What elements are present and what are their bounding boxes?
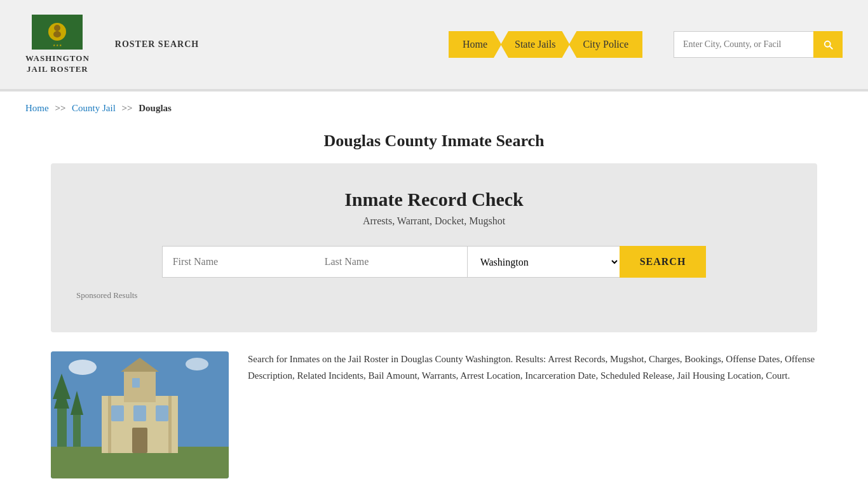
sponsored-label: Sponsored Results	[76, 290, 792, 301]
header-search-input[interactable]	[674, 31, 813, 58]
inmate-search-widget: Inmate Record Check Arrests, Warrant, Do…	[51, 163, 817, 332]
header-search-bar	[674, 31, 843, 58]
svg-rect-6	[57, 409, 67, 447]
nav-city-police-button[interactable]: City Police	[569, 31, 642, 58]
first-name-input[interactable]	[162, 246, 315, 278]
svg-rect-15	[111, 405, 124, 421]
widget-title: Inmate Record Check	[76, 189, 792, 210]
svg-rect-9	[73, 415, 81, 447]
logo-text: WASHINGTON JAIL ROSTER	[25, 53, 90, 75]
svg-point-22	[69, 360, 97, 375]
svg-rect-21	[168, 396, 172, 453]
breadcrumb-county-jail-link[interactable]: County Jail	[72, 103, 116, 113]
svg-point-23	[186, 358, 208, 370]
svg-point-2	[54, 25, 60, 31]
page-title: Douglas County Inmate Search	[25, 132, 843, 151]
breadcrumb-sep-1: >>	[55, 103, 65, 113]
building-image	[51, 351, 229, 478]
widget-form: AlabamaAlaskaArizonaArkansasCaliforniaCo…	[76, 246, 792, 278]
building-svg	[51, 351, 229, 478]
content-section: Search for Inmates on the Jail Roster in…	[51, 351, 817, 478]
roster-search-label: ROSTER SEARCH	[115, 39, 199, 50]
site-logo[interactable]: ★ ★ ★ WASHINGTON JAIL ROSTER	[25, 15, 90, 75]
svg-rect-16	[133, 405, 146, 421]
site-header: ★ ★ ★ WASHINGTON JAIL ROSTER ROSTER SEAR…	[0, 0, 868, 89]
svg-text:★ ★ ★: ★ ★ ★	[53, 44, 63, 47]
search-button[interactable]: SEARCH	[620, 246, 707, 278]
last-name-input[interactable]	[315, 246, 467, 278]
breadcrumb-sep-2: >>	[122, 103, 133, 113]
svg-rect-19	[132, 378, 140, 388]
widget-subtitle: Arrests, Warrant, Docket, Mugshot	[76, 215, 792, 227]
breadcrumb-current: Douglas	[139, 103, 172, 113]
svg-rect-20	[108, 396, 111, 453]
header-search-button[interactable]	[813, 31, 843, 58]
flag-icon: ★ ★ ★	[32, 15, 83, 50]
svg-point-3	[53, 31, 61, 37]
nav-state-jails-button[interactable]: State Jails	[501, 31, 569, 58]
svg-rect-18	[132, 428, 147, 453]
breadcrumb-home-link[interactable]: Home	[25, 103, 49, 113]
breadcrumb: Home >> County Jail >> Douglas	[0, 92, 868, 125]
nav-home-button[interactable]: Home	[449, 31, 501, 58]
svg-rect-17	[156, 405, 168, 421]
description-text: Search for Inmates on the Jail Roster in…	[248, 351, 817, 384]
search-icon	[822, 39, 834, 50]
state-select[interactable]: AlabamaAlaskaArizonaArkansasCaliforniaCo…	[467, 246, 620, 278]
main-nav: Home State Jails City Police	[449, 31, 642, 58]
